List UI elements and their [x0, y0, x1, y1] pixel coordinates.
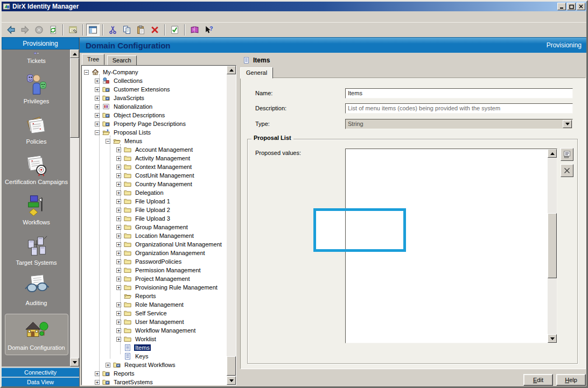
tree-node[interactable]: + User Management	[82, 318, 227, 326]
edit-values-button[interactable]	[561, 148, 573, 161]
tree-node[interactable]: − My-Company	[82, 68, 227, 76]
expand-toggle-icon[interactable]: −	[84, 70, 89, 75]
tree-node[interactable]: + Customer Extensions	[82, 85, 227, 94]
expand-toggle-icon[interactable]: +	[116, 182, 121, 187]
expand-toggle-icon[interactable]: +	[116, 156, 121, 161]
scroll-down-button[interactable]	[227, 376, 236, 385]
expand-toggle-icon[interactable]: +	[95, 122, 100, 126]
menu-item[interactable]	[18, 16, 25, 18]
tab-tree[interactable]: Tree	[82, 54, 104, 65]
expand-toggle-icon[interactable]: +	[116, 234, 121, 238]
expand-toggle-icon[interactable]: +	[95, 96, 100, 101]
tree-node[interactable]: + Organizational Unit Management	[82, 240, 227, 249]
expand-toggle-icon[interactable]: +	[106, 363, 110, 368]
tree-node[interactable]: + Nationalization	[82, 102, 227, 111]
list-item[interactable]	[346, 184, 548, 195]
expand-toggle-icon[interactable]: +	[116, 277, 121, 281]
checklist-button[interactable]	[168, 24, 181, 36]
book-button[interactable]	[188, 24, 201, 36]
sidebar-item[interactable]: Privileges	[5, 72, 68, 105]
sidebar-scrollbar[interactable]	[70, 50, 79, 366]
list-item[interactable]	[346, 292, 548, 302]
list-item[interactable]	[346, 195, 548, 206]
scroll-down-button[interactable]	[70, 358, 79, 366]
delete-button[interactable]	[148, 24, 162, 36]
list-item[interactable]	[346, 302, 548, 313]
tree-node[interactable]: + PasswordPolicies	[82, 257, 227, 266]
tree-node[interactable]: + Object Descriptions	[82, 111, 227, 119]
list-item[interactable]	[346, 335, 548, 343]
sidebar-item[interactable]: Domain Configuration	[5, 314, 68, 355]
tree-node[interactable]: + Permission Management	[82, 266, 227, 274]
sidebar-item[interactable]: Certification Campaigns	[5, 152, 68, 186]
tree-node[interactable]: + Worklist	[82, 335, 227, 343]
edit-button[interactable]: Edit	[523, 374, 553, 386]
help-button[interactable]: Help	[556, 374, 586, 386]
expand-toggle-icon[interactable]: +	[116, 285, 121, 290]
scrollbar-thumb[interactable]	[227, 356, 236, 376]
tree-scrollbar[interactable]	[227, 66, 236, 385]
expand-toggle-icon[interactable]: +	[116, 216, 121, 221]
menu-item[interactable]	[10, 16, 18, 18]
tree-node[interactable]: + File Upload 2	[82, 206, 227, 214]
expand-toggle-icon[interactable]: +	[95, 380, 100, 385]
expand-toggle-icon[interactable]: +	[116, 251, 121, 256]
expand-toggle-icon[interactable]: +	[116, 199, 121, 204]
list-item[interactable]	[346, 163, 548, 173]
tree-node[interactable]: + Property Page Descriptions	[82, 119, 227, 128]
tree-node[interactable]: + CostUnit Management	[82, 171, 227, 180]
tab-general[interactable]: General	[240, 67, 273, 79]
context-help-button[interactable]	[202, 24, 215, 36]
scrollbar-thumb[interactable]	[548, 213, 557, 278]
copy-button[interactable]	[120, 24, 134, 36]
scroll-down-button[interactable]	[548, 334, 557, 343]
tree-node[interactable]: + Role Management	[82, 300, 227, 309]
description-field[interactable]: List of menu items (codes) being provide…	[345, 103, 573, 114]
tree-node[interactable]: + Organization Management	[82, 249, 227, 257]
tree-node[interactable]: + JavaScripts	[82, 94, 227, 102]
tree-node[interactable]: Items	[82, 343, 227, 352]
expand-toggle-icon[interactable]: +	[95, 371, 100, 376]
expand-toggle-icon[interactable]: +	[116, 302, 121, 307]
tree-node[interactable]: + Provisioning Rule Management	[82, 283, 227, 292]
tree-node[interactable]: − Proposal Lists	[82, 128, 227, 137]
sidebar-item-connectivity[interactable]: Connectivity	[2, 368, 79, 377]
list-item[interactable]	[346, 281, 548, 292]
expand-toggle-icon[interactable]: +	[116, 328, 121, 333]
tree-node[interactable]: + Location Management	[82, 231, 227, 240]
menu-item[interactable]	[25, 16, 33, 18]
properties-button[interactable]	[66, 24, 80, 36]
menu-item[interactable]	[3, 16, 10, 18]
scroll-up-button[interactable]	[227, 66, 236, 74]
tree-node[interactable]: − Menus	[82, 137, 227, 145]
paste-button[interactable]	[134, 24, 148, 36]
tree-node[interactable]: + Context Management	[82, 163, 227, 171]
stop-button[interactable]	[32, 24, 46, 36]
minimize-button[interactable]	[557, 3, 566, 10]
expand-toggle-icon[interactable]: +	[116, 311, 121, 316]
expand-toggle-icon[interactable]: +	[116, 337, 121, 342]
expand-toggle-icon[interactable]: +	[95, 104, 100, 109]
expand-toggle-icon[interactable]: +	[116, 268, 121, 273]
expand-toggle-icon[interactable]: −	[95, 130, 100, 135]
list-item[interactable]	[346, 324, 548, 335]
sidebar-item[interactable]: Tickets	[5, 51, 68, 65]
close-button[interactable]	[577, 3, 585, 10]
expand-toggle-icon[interactable]: +	[95, 79, 100, 83]
list-item[interactable]	[346, 259, 548, 270]
expand-toggle-icon[interactable]: +	[116, 242, 121, 247]
expand-toggle-icon[interactable]: +	[116, 165, 121, 170]
expand-toggle-icon[interactable]: +	[116, 147, 121, 152]
list-scrollbar[interactable]	[548, 149, 557, 343]
tree-node[interactable]: + Country Management	[82, 180, 227, 188]
name-field[interactable]: Items	[345, 88, 573, 98]
tree-node[interactable]: + Collections	[82, 76, 227, 85]
expand-toggle-icon[interactable]: +	[95, 113, 100, 118]
refresh-button[interactable]	[46, 24, 60, 36]
tree-node[interactable]: + Activity Management	[82, 154, 227, 163]
remove-value-button[interactable]	[561, 164, 573, 177]
scroll-up-button[interactable]	[70, 50, 79, 58]
menu-item[interactable]	[33, 16, 40, 18]
expand-toggle-icon[interactable]: +	[95, 87, 100, 92]
tree-node[interactable]: + Account Management	[82, 145, 227, 154]
